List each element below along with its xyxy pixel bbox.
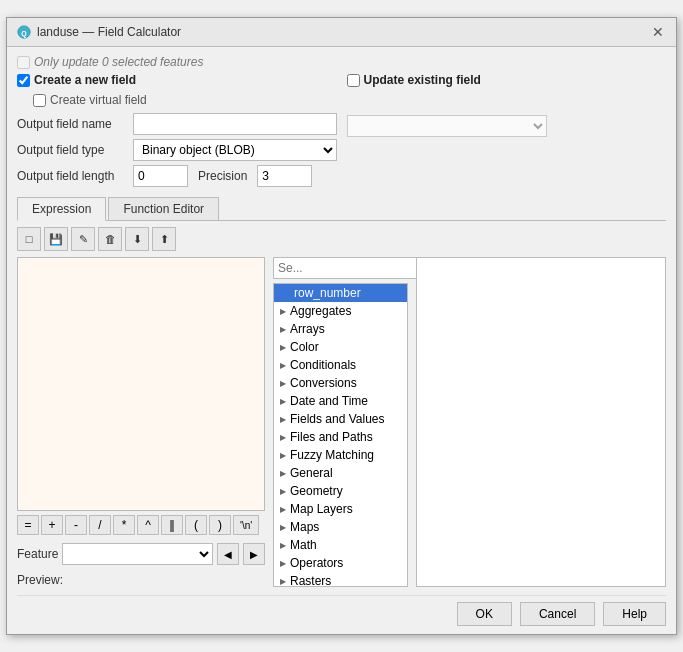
output-field-length-row: Output field length Precision — [17, 165, 337, 187]
help-button[interactable]: Help — [603, 602, 666, 626]
cancel-button[interactable]: Cancel — [520, 602, 595, 626]
list-item[interactable]: ▶Date and Time — [274, 392, 407, 410]
only-update-row: Only update 0 selected features — [17, 55, 666, 69]
create-virtual-text: Create virtual field — [50, 93, 147, 107]
list-item[interactable]: ▶Files and Paths — [274, 428, 407, 446]
svg-text:Q: Q — [21, 30, 27, 38]
search-input[interactable] — [273, 257, 433, 279]
next-feature-button[interactable]: ▶ — [243, 543, 265, 565]
expand-arrow-icon: ▶ — [280, 433, 286, 442]
list-item[interactable]: ▶Color — [274, 338, 407, 356]
list-item-label: Fuzzy Matching — [290, 448, 374, 462]
list-item[interactable]: ▶Arrays — [274, 320, 407, 338]
function-list-panel: Show Help row_number▶Aggregates▶Arrays▶C… — [273, 257, 408, 587]
output-field-type-row: Output field type Binary object (BLOB) I… — [17, 139, 337, 161]
list-item-label: Date and Time — [290, 394, 368, 408]
list-item[interactable]: ▶Operators — [274, 554, 407, 572]
list-item-label: Fields and Values — [290, 412, 385, 426]
preview-label: Preview: — [17, 573, 63, 587]
list-item[interactable]: ▶Fields and Values — [274, 410, 407, 428]
search-row: Show Help — [273, 257, 408, 279]
output-field-length-input[interactable] — [133, 165, 188, 187]
qgis-icon: Q — [17, 25, 31, 39]
op-concat[interactable]: ‖ — [161, 515, 183, 535]
output-field-name-input[interactable] — [133, 113, 337, 135]
expand-arrow-icon: ▶ — [280, 469, 286, 478]
list-item[interactable]: row_number — [274, 284, 407, 302]
op-open-paren[interactable]: ( — [185, 515, 207, 535]
edit-expr-button[interactable]: ✎ — [71, 227, 95, 251]
update-existing-label[interactable]: Update existing field — [347, 73, 667, 87]
list-item[interactable]: ▶General — [274, 464, 407, 482]
create-virtual-label[interactable]: Create virtual field — [33, 93, 337, 107]
expand-arrow-icon: ▶ — [280, 379, 286, 388]
function-list[interactable]: row_number▶Aggregates▶Arrays▶Color▶Condi… — [273, 283, 408, 587]
create-new-field-text: Create a new field — [34, 73, 136, 87]
main-area: = + - / * ^ ‖ ( ) '\n' Feature ◀ — [17, 257, 666, 587]
output-field-name-row: Output field name — [17, 113, 337, 135]
expand-arrow-icon: ▶ — [280, 487, 286, 496]
list-item[interactable]: ▶Rasters — [274, 572, 407, 587]
list-item[interactable]: ▶Math — [274, 536, 407, 554]
new-expr-button[interactable]: □ — [17, 227, 41, 251]
op-power[interactable]: ^ — [137, 515, 159, 535]
expand-arrow-icon: ▶ — [280, 361, 286, 370]
list-item-label: Map Layers — [290, 502, 353, 516]
output-field-type-select[interactable]: Binary object (BLOB) Integer String Doub… — [133, 139, 337, 161]
create-new-field-label[interactable]: Create a new field — [17, 73, 337, 87]
expand-arrow-icon: ▶ — [280, 397, 286, 406]
list-item-label: Files and Paths — [290, 430, 373, 444]
save-expr-button[interactable]: 💾 — [44, 227, 68, 251]
right-options: Update existing field — [347, 73, 667, 191]
list-item[interactable]: ▶Maps — [274, 518, 407, 536]
prev-feature-button[interactable]: ◀ — [217, 543, 239, 565]
only-update-label: Only update 0 selected features — [17, 55, 666, 69]
list-item[interactable]: ▶Conversions — [274, 374, 407, 392]
list-item-label: row_number — [294, 286, 361, 300]
expand-arrow-icon: ▶ — [280, 343, 286, 352]
list-item-label: Math — [290, 538, 317, 552]
tab-expression[interactable]: Expression — [17, 197, 106, 221]
operator-buttons: = + - / * ^ ‖ ( ) '\n' — [17, 515, 265, 535]
list-item[interactable]: ▶Fuzzy Matching — [274, 446, 407, 464]
only-update-text: Only update 0 selected features — [34, 55, 203, 69]
expand-arrow-icon: ▶ — [280, 523, 286, 532]
titlebar: Q landuse — Field Calculator ✕ — [7, 18, 676, 47]
expression-editor[interactable] — [17, 257, 265, 511]
list-item-label: Maps — [290, 520, 319, 534]
op-minus[interactable]: - — [65, 515, 87, 535]
op-equals[interactable]: = — [17, 515, 39, 535]
field-calculator-dialog: Q landuse — Field Calculator ✕ Only upda… — [6, 17, 677, 635]
update-existing-select[interactable] — [347, 115, 547, 137]
feature-select[interactable] — [62, 543, 213, 565]
list-item[interactable]: ▶Aggregates — [274, 302, 407, 320]
list-item[interactable]: ▶Geometry — [274, 482, 407, 500]
tab-function-editor[interactable]: Function Editor — [108, 197, 219, 220]
list-item-label: Rasters — [290, 574, 331, 587]
export-button[interactable]: ⬆ — [152, 227, 176, 251]
precision-input[interactable] — [257, 165, 312, 187]
op-newline[interactable]: '\n' — [233, 515, 259, 535]
expression-panel: = + - / * ^ ‖ ( ) '\n' Feature ◀ — [17, 257, 265, 587]
only-update-checkbox[interactable] — [17, 56, 30, 69]
list-item[interactable]: ▶Conditionals — [274, 356, 407, 374]
op-close-paren[interactable]: ) — [209, 515, 231, 535]
close-button[interactable]: ✕ — [650, 24, 666, 40]
create-virtual-checkbox[interactable] — [33, 94, 46, 107]
list-item[interactable]: ▶Map Layers — [274, 500, 407, 518]
list-item-label: Operators — [290, 556, 343, 570]
op-plus[interactable]: + — [41, 515, 63, 535]
expand-arrow-icon: ▶ — [280, 505, 286, 514]
list-item-label: Color — [290, 340, 319, 354]
create-new-field-checkbox[interactable] — [17, 74, 30, 87]
titlebar-left: Q landuse — Field Calculator — [17, 25, 181, 39]
import-button[interactable]: ⬇ — [125, 227, 149, 251]
op-divide[interactable]: / — [89, 515, 111, 535]
list-item-label: Conditionals — [290, 358, 356, 372]
op-multiply[interactable]: * — [113, 515, 135, 535]
ok-button[interactable]: OK — [457, 602, 512, 626]
list-item-label: Geometry — [290, 484, 343, 498]
expression-toolbar: □ 💾 ✎ 🗑 ⬇ ⬆ — [17, 227, 666, 251]
update-existing-checkbox[interactable] — [347, 74, 360, 87]
delete-expr-button[interactable]: 🗑 — [98, 227, 122, 251]
